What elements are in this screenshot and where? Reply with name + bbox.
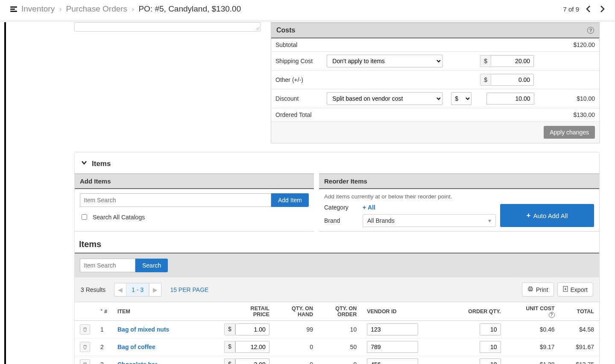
help-icon[interactable]: ?	[587, 27, 594, 34]
table-row: 1Bag of mixed nuts$9910$0.46$4.58	[75, 320, 599, 338]
vendor-id-input[interactable]	[367, 358, 418, 364]
currency-prefix: $	[224, 358, 235, 364]
retail-price-input[interactable]	[235, 341, 269, 353]
row-total: $13.75	[560, 355, 599, 364]
add-items-heading: Add Items	[80, 178, 111, 185]
sort-indicator-icon[interactable]: ˅	[100, 309, 103, 314]
trash-icon	[82, 344, 88, 349]
table-row: 3Chocolate bar$90$1.38$13.75	[75, 355, 599, 364]
chevron-right-icon: ›	[59, 4, 62, 14]
col-vendor-id[interactable]: VENDOR ID	[362, 302, 447, 320]
paginator-count: 7 of 9	[563, 6, 579, 13]
items-list-heading: Items	[75, 232, 599, 253]
costs-heading: Costs	[276, 26, 295, 34]
shipping-currency: $	[480, 55, 491, 67]
item-link[interactable]: Bag of mixed nuts	[117, 326, 169, 333]
items-search-button[interactable]: Search	[135, 259, 168, 272]
breadcrumb-current: PO: #5, Candyland, $130.00	[138, 4, 241, 14]
discount-input[interactable]	[486, 93, 534, 105]
plus-icon: +	[527, 211, 531, 220]
order-qty-input[interactable]	[480, 341, 501, 353]
help-icon[interactable]: ?	[549, 312, 555, 318]
col-retail-price[interactable]: RETAILPRICE	[198, 302, 275, 320]
order-qty-input[interactable]	[480, 358, 501, 364]
delete-row-button[interactable]	[80, 359, 90, 364]
print-button[interactable]: Print	[522, 282, 554, 297]
pager-current: 1 - 3	[126, 283, 149, 296]
brand-select[interactable]: All Brands ▾	[363, 214, 496, 227]
pager-next-button[interactable]: ▶	[149, 283, 161, 296]
other-label: Other (+/-)	[271, 71, 322, 89]
add-item-button[interactable]: Add Item	[271, 193, 309, 207]
order-qty-input[interactable]	[480, 323, 501, 335]
export-button[interactable]: Export	[557, 282, 593, 297]
add-item-search-input[interactable]	[80, 193, 271, 207]
discount-amount: $10.00	[539, 89, 599, 108]
ordered-total-amount: $130.00	[539, 108, 599, 122]
items-search-input[interactable]	[80, 259, 135, 272]
vendor-id-input[interactable]	[367, 323, 418, 335]
shipping-apply-select[interactable]: Don't apply to items	[327, 55, 442, 67]
shipping-cost-input[interactable]	[491, 55, 534, 67]
breadcrumb-level-1[interactable]: Inventory	[21, 4, 55, 14]
trash-icon	[82, 362, 88, 364]
reorder-description: Add items currently at or below their re…	[324, 193, 594, 200]
next-record-button[interactable]	[598, 5, 606, 13]
qty-on-order: 50	[318, 338, 362, 355]
category-label: Category	[324, 204, 358, 211]
pager-prev-button[interactable]: ◀	[114, 283, 126, 296]
category-all-link[interactable]: + All	[363, 204, 375, 211]
unit-cost: $0.46	[506, 320, 560, 338]
svg-rect-1	[529, 287, 532, 288]
qty-on-hand: 0	[275, 338, 318, 355]
discount-apply-select[interactable]: Split based on vendor cost	[327, 92, 442, 105]
qty-on-hand: 99	[275, 320, 318, 338]
col-order-qty[interactable]: ORDER QTY.	[447, 302, 506, 320]
breadcrumb: Inventory › Purchase Orders › PO: #5, Ca…	[10, 4, 241, 14]
vendor-id-input[interactable]	[367, 341, 418, 353]
currency-prefix: $	[224, 323, 235, 335]
row-number: 1	[95, 320, 112, 338]
row-number: 2	[95, 338, 112, 355]
chevron-down-icon: ▾	[488, 217, 491, 224]
discount-label: Discount	[271, 89, 322, 108]
qty-on-order: 0	[318, 355, 362, 364]
delete-row-button[interactable]	[80, 342, 90, 352]
plus-icon: +	[363, 204, 368, 211]
search-all-catalogs-label: Search All Catalogs	[93, 214, 145, 221]
col-num[interactable]: #	[104, 309, 107, 314]
col-qty-on-order[interactable]: QTY. ONORDER	[318, 302, 362, 320]
discount-type-select[interactable]: $	[451, 92, 472, 105]
col-qty-on-hand[interactable]: QTY. ONHAND	[275, 302, 318, 320]
table-row: 2Bag of coffee$050$9.17$91.67	[75, 338, 599, 355]
other-cost-input[interactable]	[491, 74, 534, 86]
retail-price-input[interactable]	[235, 323, 269, 335]
col-item[interactable]: ITEM	[112, 302, 198, 320]
unit-cost: $1.38	[506, 355, 560, 364]
prev-record-button[interactable]	[584, 5, 593, 13]
other-currency: $	[480, 74, 491, 86]
per-page-select[interactable]: 15 PER PAGE	[170, 286, 208, 293]
trash-icon	[82, 327, 88, 332]
retail-price-input[interactable]	[235, 358, 269, 364]
breadcrumb-level-2[interactable]: Purchase Orders	[66, 4, 127, 14]
item-link[interactable]: Bag of coffee	[117, 344, 155, 350]
chevron-down-icon[interactable]	[81, 159, 88, 168]
chevron-right-icon: ›	[132, 4, 134, 14]
export-icon	[563, 286, 568, 293]
apply-changes-button[interactable]: Apply changes	[544, 126, 595, 139]
items-section-title: Items	[92, 160, 111, 168]
auto-add-all-button[interactable]: + Auto Add All	[500, 204, 594, 227]
qty-on-hand: 9	[275, 355, 318, 364]
ordered-total-label: Ordered Total	[271, 108, 322, 122]
reorder-items-heading: Reorder Items	[324, 178, 367, 185]
subtotal-amount: $120.00	[539, 38, 599, 52]
col-total[interactable]: TOTAL	[560, 302, 599, 320]
search-all-catalogs-checkbox[interactable]	[82, 214, 87, 220]
col-unit-cost[interactable]: UNIT COST?	[506, 302, 560, 320]
brand-label: Brand	[324, 217, 358, 224]
notes-textarea[interactable]	[74, 22, 261, 32]
delete-row-button[interactable]	[80, 324, 90, 335]
item-link[interactable]: Chocolate bar	[117, 361, 157, 364]
row-total: $4.58	[560, 320, 599, 338]
